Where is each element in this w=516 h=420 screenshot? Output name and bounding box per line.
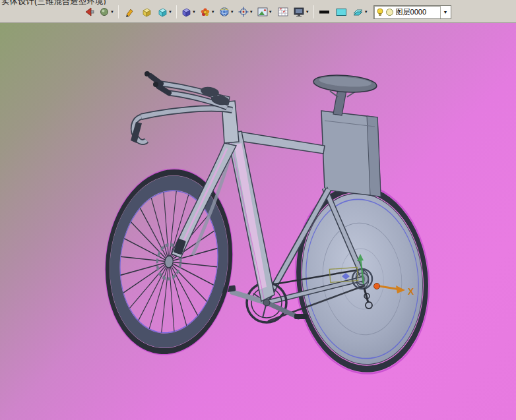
red-arrow-icon — [84, 7, 94, 16]
toolbar-separator — [118, 5, 119, 18]
combo-dropdown-button[interactable]: ▼ — [440, 6, 451, 18]
layer-style-button[interactable]: ▼ — [351, 5, 370, 19]
material-cube-icon — [181, 7, 191, 17]
image-icon — [257, 7, 268, 16]
line-width-button[interactable] — [317, 5, 333, 19]
header-bar: 实体设计(三维混合造型环境) ▼ — [0, 0, 516, 23]
cyan-swatch-icon — [336, 8, 347, 16]
monitor-icon — [294, 7, 305, 17]
crosshair-icon — [238, 7, 249, 17]
thick-line-icon — [319, 9, 330, 15]
exit-render-button[interactable] — [81, 5, 97, 19]
seat-tube-box — [321, 111, 381, 196]
texture-grid-icon — [278, 7, 288, 16]
display-button[interactable]: ▼ — [292, 5, 311, 19]
handlebar-assembly — [131, 71, 232, 143]
environment-button[interactable]: ▼ — [218, 5, 236, 19]
origin-point — [374, 284, 380, 289]
layer-combobox[interactable]: 图层0000 ▼ — [373, 5, 451, 19]
layer-combo-value: 图层0000 — [396, 7, 440, 17]
render-toolbar: ▼ — [81, 4, 451, 20]
render-mode-button[interactable]: ▼ — [98, 5, 115, 19]
target-button[interactable]: ▼ — [237, 5, 255, 19]
chevron-down-icon: ▼ — [269, 10, 273, 14]
viewport-canvas: X — [0, 23, 516, 420]
cyan-box-button[interactable]: ▼ — [156, 5, 174, 19]
lightbulb-icon — [376, 7, 384, 16]
chevron-down-icon: ▼ — [110, 10, 114, 14]
globe-icon — [219, 7, 230, 17]
bike-model[interactable] — [96, 71, 438, 380]
layer-circle-icon — [385, 8, 394, 16]
render-sphere-icon — [100, 7, 110, 16]
pencil-icon — [124, 7, 134, 17]
color-wheel-icon — [200, 7, 210, 17]
yellow-box-icon — [141, 7, 152, 17]
cyan-box-icon — [157, 7, 168, 17]
toolbar-separator — [176, 5, 177, 18]
3d-viewport[interactable]: X — [0, 23, 516, 420]
chevron-down-icon: ▼ — [230, 10, 234, 14]
image-button[interactable]: ▼ — [256, 5, 274, 19]
fill-color-button[interactable] — [334, 5, 350, 19]
chevron-down-icon: ▼ — [168, 10, 172, 14]
saddle-assembly — [313, 73, 377, 115]
chevron-down-icon: ▼ — [364, 10, 368, 14]
x-axis-label: X — [408, 286, 414, 297]
layer-sheet-icon — [352, 7, 364, 16]
chevron-down-icon: ▼ — [249, 10, 253, 14]
chevron-down-icon: ▼ — [192, 10, 196, 14]
yellow-box-button[interactable] — [139, 5, 154, 19]
app-window: 实体设计(三维混合造型环境) ▼ — [0, 0, 516, 420]
sketch-button[interactable] — [121, 5, 137, 19]
toolbar-separator — [313, 5, 314, 18]
material-button[interactable]: ▼ — [179, 5, 197, 19]
color-wheel-button[interactable]: ▼ — [199, 5, 216, 19]
chevron-down-icon: ▼ — [306, 10, 309, 14]
texture-grid-button[interactable] — [275, 5, 291, 19]
chevron-down-icon: ▼ — [211, 10, 215, 14]
